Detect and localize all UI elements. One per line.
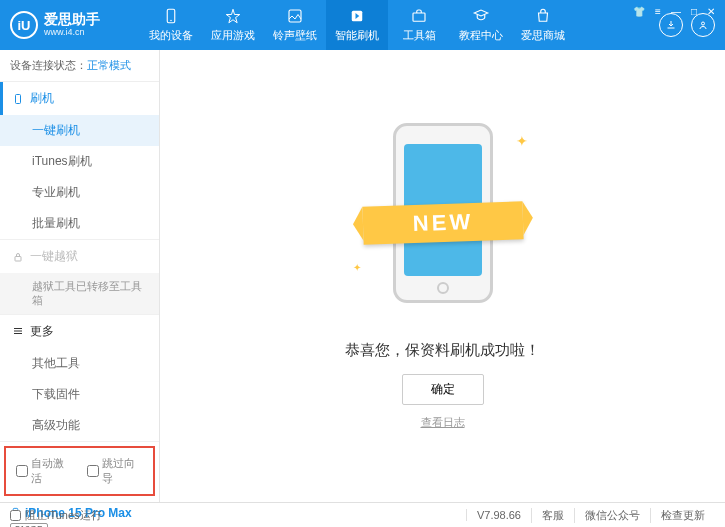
nav-apps[interactable]: 应用游戏	[202, 0, 264, 50]
svg-point-1	[170, 20, 172, 22]
nav-ringtones[interactable]: 铃声壁纸	[264, 0, 326, 50]
sidebar-item-batch[interactable]: 批量刷机	[0, 208, 159, 239]
status-update[interactable]: 检查更新	[650, 508, 715, 523]
window-controls: 👕 ≡ — □ ✕	[631, 4, 717, 19]
sidebar-section-more[interactable]: 更多	[0, 315, 159, 348]
view-log-link[interactable]: 查看日志	[421, 415, 465, 430]
minimize-icon[interactable]: —	[669, 4, 683, 19]
app-logo: iU 爱思助手 www.i4.cn	[10, 11, 140, 39]
sidebar-item-itunes[interactable]: iTunes刷机	[0, 146, 159, 177]
sidebar-item-other-tools[interactable]: 其他工具	[0, 348, 159, 379]
svg-rect-6	[16, 94, 21, 103]
status-wechat[interactable]: 微信公众号	[574, 508, 650, 523]
app-name: 爱思助手	[44, 12, 100, 27]
status-support[interactable]: 客服	[531, 508, 574, 523]
version-label: V7.98.66	[466, 509, 531, 521]
sidebar-item-oneclick[interactable]: 一键刷机	[0, 115, 159, 146]
maximize-icon[interactable]: □	[689, 4, 699, 19]
block-itunes-checkbox[interactable]: 阻止iTunes运行	[10, 508, 102, 523]
new-banner: NEW	[362, 201, 523, 245]
apps-icon	[224, 7, 242, 25]
store-icon	[534, 7, 552, 25]
sidebar-section-flash[interactable]: 刷机	[0, 82, 159, 115]
nav-flash[interactable]: 智能刷机	[326, 0, 388, 50]
nav-label: 智能刷机	[335, 28, 379, 43]
nav-tutorials[interactable]: 教程中心	[450, 0, 512, 50]
titlebar: iU 爱思助手 www.i4.cn 我的设备 应用游戏 铃声壁纸 智能刷机 工具…	[0, 0, 725, 50]
sidebar-jailbreak-note: 越狱工具已转移至工具箱	[0, 273, 159, 314]
section-label: 一键越狱	[30, 248, 78, 265]
nav-label: 应用游戏	[211, 28, 255, 43]
sidebar: 设备连接状态：正常模式 刷机 一键刷机 iTunes刷机 专业刷机 批量刷机 一…	[0, 50, 160, 502]
success-message: 恭喜您，保资料刷机成功啦！	[345, 341, 540, 360]
sidebar-item-advanced[interactable]: 高级功能	[0, 410, 159, 441]
list-icon	[12, 325, 24, 337]
checkbox-skip-guide[interactable]: 跳过向导	[87, 456, 144, 486]
tutorial-icon	[472, 7, 490, 25]
menu-icon[interactable]: ≡	[653, 4, 663, 19]
close-icon[interactable]: ✕	[705, 4, 717, 19]
wallpaper-icon	[286, 7, 304, 25]
flash-icon	[348, 7, 366, 25]
phone-icon	[12, 93, 24, 105]
nav-toolbox[interactable]: 工具箱	[388, 0, 450, 50]
nav-label: 教程中心	[459, 28, 503, 43]
app-url: www.i4.cn	[44, 28, 100, 38]
sidebar-item-download-fw[interactable]: 下载固件	[0, 379, 159, 410]
storage-badge: 512GB	[10, 523, 48, 527]
logo-icon: iU	[10, 11, 38, 39]
main-nav: 我的设备 应用游戏 铃声壁纸 智能刷机 工具箱 教程中心 爱思商城	[140, 0, 659, 50]
content-area: NEW ✦ ✦ 恭喜您，保资料刷机成功啦！ 确定 查看日志	[160, 50, 725, 502]
nav-my-device[interactable]: 我的设备	[140, 0, 202, 50]
star-icon: ✦	[516, 133, 528, 149]
nav-label: 铃声壁纸	[273, 28, 317, 43]
lock-icon	[12, 251, 24, 263]
connection-status: 设备连接状态：正常模式	[0, 50, 159, 82]
device-icon	[162, 7, 180, 25]
section-label: 刷机	[30, 90, 54, 107]
toolbox-icon	[410, 7, 428, 25]
section-label: 更多	[30, 323, 54, 340]
nav-store[interactable]: 爱思商城	[512, 0, 574, 50]
options-row: 自动激活 跳过向导	[4, 446, 155, 496]
svg-rect-4	[413, 13, 425, 21]
sidebar-section-jailbreak[interactable]: 一键越狱	[0, 240, 159, 273]
svg-point-5	[702, 22, 705, 25]
phone-illustration: NEW ✦ ✦	[378, 123, 508, 323]
svg-rect-7	[15, 256, 21, 261]
nav-label: 爱思商城	[521, 28, 565, 43]
checkbox-auto-activate[interactable]: 自动激活	[16, 456, 73, 486]
sidebar-item-pro[interactable]: 专业刷机	[0, 177, 159, 208]
star-icon: ✦	[353, 262, 361, 273]
nav-label: 工具箱	[403, 28, 436, 43]
confirm-button[interactable]: 确定	[402, 374, 484, 405]
skin-icon[interactable]: 👕	[631, 4, 647, 19]
nav-label: 我的设备	[149, 28, 193, 43]
